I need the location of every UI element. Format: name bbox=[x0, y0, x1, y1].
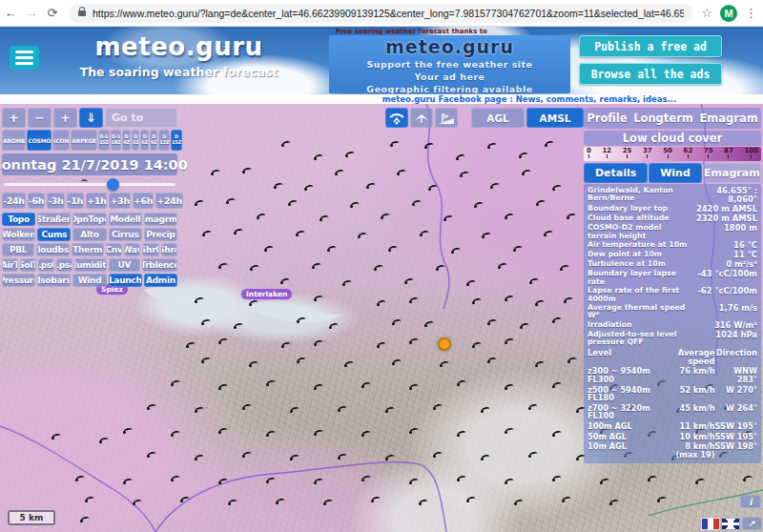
launch-site-marker-icon[interactable] bbox=[458, 431, 467, 438]
fullscreen-expand-icon[interactable]: ↗ bbox=[742, 517, 762, 530]
launch-site-marker-icon[interactable] bbox=[124, 479, 134, 485]
launch-site-marker-icon[interactable] bbox=[172, 380, 181, 387]
launch-site-marker-icon[interactable] bbox=[330, 323, 340, 330]
browse-ads-button[interactable]: Browse all the ads bbox=[579, 63, 722, 85]
run-button-d1-18z[interactable]: D-118Z bbox=[111, 130, 122, 151]
run-button-d-12z[interactable]: D12Z bbox=[158, 130, 170, 151]
locate-button[interactable]: + bbox=[53, 108, 77, 128]
launch-site-marker-icon[interactable] bbox=[345, 361, 355, 368]
launch-site-marker-icon[interactable] bbox=[565, 297, 574, 304]
launch-site-marker-icon[interactable] bbox=[134, 500, 143, 506]
launch-site-marker-icon[interactable] bbox=[267, 380, 277, 387]
time-slider-thumb[interactable] bbox=[107, 178, 119, 191]
launch-site-marker-icon[interactable] bbox=[243, 404, 253, 411]
launch-site-marker-icon[interactable] bbox=[553, 317, 563, 324]
launch-site-marker-icon[interactable] bbox=[172, 431, 181, 438]
layer-button-modell[interactable]: Modell bbox=[109, 213, 142, 226]
launch-site-marker-icon[interactable] bbox=[441, 361, 450, 368]
launch-site-marker-icon[interactable] bbox=[315, 340, 324, 347]
launch-site-marker-icon[interactable] bbox=[410, 384, 420, 391]
goto-search-input[interactable] bbox=[105, 108, 177, 128]
layer-button-shr4[interactable]: Shr4 bbox=[161, 243, 177, 256]
agl-button[interactable]: AGL bbox=[471, 108, 525, 128]
forward-icon[interactable]: → bbox=[21, 6, 42, 20]
layer-button-lps0[interactable]: Lps0 bbox=[38, 258, 54, 272]
launch-site-marker-icon[interactable] bbox=[505, 296, 515, 302]
launch-site-marker-icon[interactable] bbox=[425, 321, 435, 328]
french-flag-icon[interactable] bbox=[701, 518, 720, 530]
launch-site-marker-icon[interactable] bbox=[315, 384, 324, 391]
subtab-details[interactable]: Details bbox=[584, 163, 648, 183]
model-button-icon[interactable]: ICON bbox=[52, 130, 70, 151]
launch-site-marker-icon[interactable] bbox=[410, 297, 420, 304]
launch-site-marker-icon[interactable] bbox=[235, 323, 244, 330]
launch-site-marker-icon[interactable] bbox=[243, 168, 253, 174]
launch-site-marker-icon[interactable] bbox=[250, 361, 259, 368]
uk-flag-icon[interactable] bbox=[721, 518, 740, 530]
town-label-interlaken[interactable]: Interlaken bbox=[240, 288, 293, 300]
layer-button-solt[interactable]: SolT bbox=[20, 258, 36, 272]
layer-button-airt[interactable]: AirT bbox=[2, 258, 18, 272]
layer-button-cums[interactable]: Cums bbox=[37, 228, 71, 241]
time-button-plus6h[interactable]: +6h bbox=[133, 193, 154, 209]
launch-site-marker-icon[interactable] bbox=[282, 342, 292, 349]
time-slider[interactable] bbox=[2, 178, 177, 191]
launch-site-marker-icon[interactable] bbox=[505, 479, 515, 485]
subtab-wind[interactable]: Wind bbox=[649, 163, 701, 183]
launch-site-marker-icon[interactable] bbox=[696, 479, 706, 485]
layer-button-emagrams[interactable]: Emagrms bbox=[144, 213, 177, 226]
launch-site-marker-icon[interactable] bbox=[378, 342, 387, 349]
launch-site-marker-icon[interactable] bbox=[482, 407, 491, 414]
launch-site-marker-icon[interactable] bbox=[410, 479, 420, 485]
launch-site-marker-icon[interactable] bbox=[505, 338, 515, 345]
layer-button-pbl[interactable]: PBL bbox=[2, 243, 34, 256]
launch-site-marker-icon[interactable] bbox=[81, 517, 91, 523]
launch-site-marker-icon[interactable] bbox=[282, 141, 292, 148]
layer-button-wav[interactable]: Wav bbox=[124, 243, 140, 256]
subtab-emagram[interactable]: Emagram bbox=[703, 163, 761, 183]
launch-site-marker-icon[interactable] bbox=[421, 231, 430, 237]
time-button-plus24h[interactable]: +24h bbox=[155, 193, 183, 209]
launch-site-marker-icon[interactable] bbox=[351, 202, 361, 209]
launch-site-marker-icon[interactable] bbox=[520, 153, 529, 159]
launch-site-marker-icon[interactable] bbox=[148, 404, 157, 411]
browser-menu-icon[interactable]: ⋮ bbox=[745, 6, 757, 20]
tab-profile[interactable]: Profile bbox=[587, 112, 627, 125]
launch-site-marker-icon[interactable] bbox=[305, 185, 315, 192]
launch-site-marker-icon[interactable] bbox=[100, 438, 110, 444]
launch-site-marker-icon[interactable] bbox=[425, 143, 435, 150]
launch-site-marker-icon[interactable] bbox=[444, 215, 454, 222]
launch-site-marker-icon[interactable] bbox=[429, 185, 439, 192]
launch-site-marker-icon[interactable] bbox=[328, 246, 338, 253]
launch-site-marker-icon[interactable] bbox=[545, 231, 554, 237]
layer-button-therm[interactable]: Therm bbox=[72, 243, 104, 256]
layer-button-cnv[interactable]: Cnv bbox=[106, 243, 122, 256]
back-icon[interactable]: ← bbox=[0, 6, 21, 20]
layer-button-wolken[interactable]: Wolken bbox=[2, 228, 35, 241]
launch-site-marker-icon[interactable] bbox=[536, 361, 546, 368]
map-canvas[interactable]: Spiez Interlaken + − + ⇓ AROME COSMO ICO… bbox=[0, 104, 763, 532]
launch-site-marker-icon[interactable] bbox=[320, 215, 330, 222]
launch-site-marker-icon[interactable] bbox=[405, 278, 415, 285]
launch-site-marker-icon[interactable] bbox=[515, 500, 525, 506]
launch-site-marker-icon[interactable] bbox=[567, 214, 577, 220]
launch-site-marker-icon[interactable] bbox=[553, 185, 563, 192]
launch-site-marker-icon[interactable] bbox=[315, 154, 324, 161]
url-bar[interactable]: https://www.meteo.guru/?lang=de&center_l… bbox=[69, 4, 693, 23]
launch-site-marker-icon[interactable] bbox=[52, 434, 62, 440]
launch-site-marker-icon[interactable] bbox=[482, 455, 491, 461]
launch-site-marker-icon[interactable] bbox=[275, 183, 284, 190]
launch-site-marker-icon[interactable] bbox=[514, 246, 524, 253]
launch-site-marker-icon[interactable] bbox=[258, 214, 267, 220]
launch-site-marker-icon[interactable] bbox=[461, 172, 470, 178]
amsl-button[interactable]: AMSL bbox=[526, 108, 584, 128]
launch-site-marker-icon[interactable] bbox=[336, 170, 345, 176]
launch-site-marker-icon[interactable] bbox=[298, 358, 307, 364]
launch-site-marker-icon[interactable] bbox=[202, 319, 212, 326]
layer-button-wind[interactable]: Wind bbox=[72, 274, 106, 287]
launch-site-marker-icon[interactable] bbox=[289, 200, 299, 207]
run-button-d1-15z[interactable]: D-115Z bbox=[98, 130, 110, 151]
launch-site-marker-icon[interactable] bbox=[382, 214, 391, 220]
launch-site-marker-icon[interactable] bbox=[291, 455, 300, 461]
launch-site-marker-icon[interactable] bbox=[196, 455, 205, 461]
